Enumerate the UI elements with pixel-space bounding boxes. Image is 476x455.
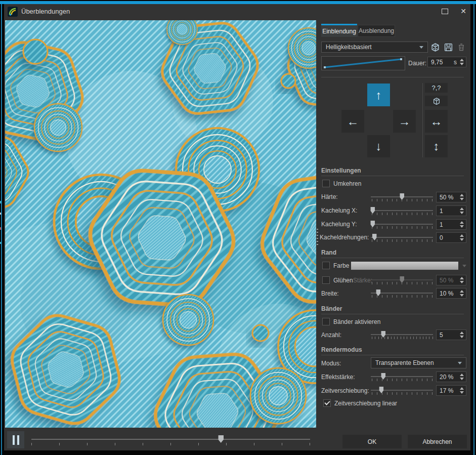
direction-3d-button[interactable]: [425, 96, 448, 106]
spin-up-icon[interactable]: [460, 234, 464, 237]
preview-timeline-slider[interactable]: [31, 434, 310, 446]
timeline-thumb[interactable]: [218, 435, 224, 443]
background-edge-mark: [0, 227, 1, 230]
arrow-horizontal-icon: ↔: [430, 114, 443, 129]
spin-down-icon[interactable]: [460, 63, 464, 65]
effektstaerke-label: Effektstärke:: [321, 374, 355, 381]
kachelung-x-spinbox[interactable]: 1: [436, 205, 466, 216]
effektstaerke-slider[interactable]: [371, 373, 433, 381]
spin-down-icon[interactable]: [460, 294, 464, 297]
slider-track[interactable]: [371, 224, 433, 225]
spin-up-icon[interactable]: [460, 387, 464, 390]
spin-down-icon[interactable]: [460, 225, 464, 228]
arrow-up-icon: ↑: [376, 88, 382, 102]
spin-down-icon[interactable]: [460, 391, 464, 394]
pause-button[interactable]: [7, 431, 24, 448]
slider-ticks: [372, 379, 433, 381]
fade-curve-editor[interactable]: [321, 56, 405, 70]
effektstaerke-spinbox[interactable]: 20 %: [436, 371, 466, 382]
haerte-label: Härte:: [321, 193, 338, 200]
tab-einblendung[interactable]: Einblendung: [321, 24, 357, 37]
spin-down-icon[interactable]: [460, 198, 464, 200]
gluehen-checkbox[interactable]: [322, 276, 330, 284]
maximize-button[interactable]: [439, 6, 451, 17]
cancel-button[interactable]: Abbrechen: [408, 435, 467, 448]
chevron-down-icon: [458, 362, 462, 364]
rand-color-picker[interactable]: [351, 262, 466, 270]
spin-down-icon[interactable]: [460, 238, 464, 241]
kachelung-y-slider[interactable]: [371, 220, 433, 229]
zeitverschiebung-linear-checkbox[interactable]: [323, 399, 331, 407]
kacheldrehungen-value: 0: [437, 234, 458, 241]
direction-up-button[interactable]: ↑: [367, 84, 390, 106]
tab-einblendung-label: Einblendung: [322, 28, 356, 35]
anzahl-spinbox[interactable]: 5: [436, 329, 466, 340]
staerke-slider: [371, 276, 433, 284]
zeitverschiebung-slider[interactable]: [371, 386, 433, 395]
slider-track[interactable]: [371, 334, 433, 335]
slider-ticks: [372, 337, 433, 339]
kachelung-x-slider[interactable]: [371, 206, 433, 215]
slider-track[interactable]: [371, 376, 433, 377]
transition-preview-image: [5, 20, 316, 428]
slider-track[interactable]: [371, 237, 433, 238]
random-direction-label: ?,?: [431, 84, 441, 92]
direction-horizontal-button[interactable]: ↔: [425, 110, 448, 133]
direction-right-button[interactable]: →: [393, 110, 416, 133]
haerte-slider[interactable]: [371, 193, 433, 201]
farbe-checkbox[interactable]: [322, 262, 330, 269]
kachelung-y-spinbox[interactable]: 1: [436, 219, 466, 230]
direction-random-button[interactable]: ?,?: [425, 83, 448, 93]
baender-aktivieren-checkbox[interactable]: [322, 318, 330, 325]
duration-unit: s: [454, 59, 457, 66]
tab-ausblendung[interactable]: Ausblendung: [358, 25, 395, 37]
spin-up-icon: [460, 277, 464, 279]
direction-vertical-button[interactable]: ↕: [425, 135, 448, 157]
modus-dropdown[interactable]: Transparente Ebenen: [371, 357, 466, 368]
panel-splitter-handle[interactable]: [317, 229, 318, 247]
modus-dropdown-value: Transparente Ebenen: [375, 359, 434, 366]
save-preset-button[interactable]: [442, 41, 454, 53]
spin-up-icon[interactable]: [460, 290, 464, 293]
slider-track[interactable]: [371, 210, 433, 211]
spin-down-icon[interactable]: [460, 336, 464, 338]
modus-label: Modus:: [321, 360, 341, 367]
spin-up-icon[interactable]: [460, 374, 464, 376]
spin-up-icon[interactable]: [460, 194, 464, 196]
direction-left-button[interactable]: ←: [341, 110, 364, 133]
spin-up-icon[interactable]: [460, 332, 464, 334]
spin-up-icon[interactable]: [460, 59, 464, 61]
section-baender-title: Bänder: [321, 305, 342, 312]
staerke-spinbox: 50 %: [436, 275, 466, 285]
direction-down-button[interactable]: ↓: [367, 135, 390, 157]
arrow-vertical-icon: ↕: [434, 139, 440, 153]
pause-icon: [17, 435, 19, 445]
spin-down-icon[interactable]: [460, 378, 464, 380]
preset-dropdown[interactable]: Helligkeitsbasiert: [321, 42, 428, 53]
spin-up-icon[interactable]: [460, 208, 464, 210]
zeitverschiebung-spinbox[interactable]: 17 %: [436, 385, 466, 396]
background-edge-mark: [0, 201, 1, 203]
arrow-left-icon: ←: [347, 114, 359, 129]
breite-spinbox[interactable]: 10 %: [436, 288, 466, 299]
duration-spinbox[interactable]: 9,75 s: [427, 57, 466, 67]
breite-slider[interactable]: [371, 289, 433, 298]
timeline-track[interactable]: [31, 439, 310, 440]
random-preset-button[interactable]: [429, 41, 441, 53]
section-rand-title: Rand: [321, 249, 336, 256]
anzahl-slider[interactable]: [371, 330, 433, 339]
spin-up-icon[interactable]: [460, 221, 464, 224]
haerte-spinbox[interactable]: 50 %: [436, 192, 466, 202]
anzahl-value: 5: [437, 332, 458, 339]
window-title: Überblendungen: [21, 8, 70, 15]
close-button[interactable]: ✕: [457, 6, 469, 17]
spin-down-icon[interactable]: [460, 212, 464, 214]
kacheldrehungen-slider[interactable]: [371, 233, 433, 242]
ok-button[interactable]: OK: [342, 435, 402, 448]
kachelung-y-label: Kachelung Y:: [321, 221, 357, 228]
kacheldrehungen-spinbox[interactable]: 0: [436, 232, 466, 243]
umkehren-checkbox[interactable]: [322, 180, 330, 187]
staerke-label: Stärke:: [353, 277, 372, 284]
delete-preset-button[interactable]: [455, 41, 467, 53]
gluehen-label: Glühen: [333, 277, 353, 284]
